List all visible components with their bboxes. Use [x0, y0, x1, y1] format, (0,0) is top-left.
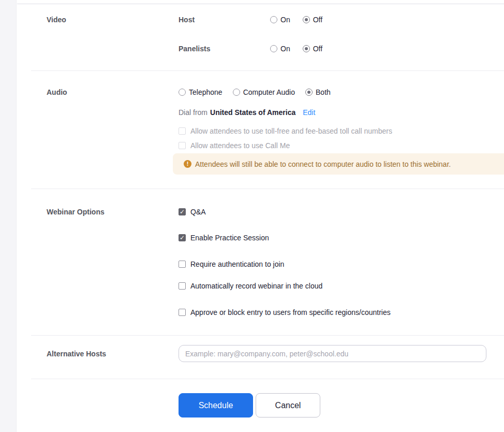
section-label-alternative-hosts: Alternative Hosts	[17, 350, 179, 358]
panelists-label: Panelists	[179, 45, 270, 53]
checkbox-practice-session[interactable]: Enable Practice Session	[179, 234, 504, 242]
checkbox-require-authentication[interactable]: Require authentication to join	[179, 260, 504, 268]
radio-selected-icon	[305, 89, 313, 96]
checkbox-unchecked-icon	[179, 261, 186, 268]
checkbox-checked-icon	[179, 234, 186, 241]
checkbox-callme[interactable]: Allow attendees to use Call Me	[179, 141, 504, 150]
checkbox-unchecked-icon	[179, 127, 186, 135]
radio-selected-icon	[303, 16, 310, 23]
dial-from-country: United States of America	[210, 108, 295, 117]
dial-from-text: Dial from	[179, 108, 207, 117]
section-label-webinar-options: Webinar Options	[17, 208, 179, 316]
radio-label: Both	[316, 88, 331, 96]
host-label: Host	[179, 16, 270, 24]
radio-label: Telephone	[189, 88, 223, 96]
top-divider	[17, 0, 504, 4]
radio-audio-telephone[interactable]: Telephone	[179, 88, 223, 96]
warning-text: Attendees will still be able to connect …	[195, 160, 451, 168]
checkbox-label: Require authentication to join	[190, 260, 284, 268]
radio-host-off[interactable]: Off	[303, 16, 322, 24]
radio-audio-both[interactable]: Both	[305, 88, 331, 96]
checkbox-label: Q&A	[190, 208, 206, 216]
radio-unselected-icon	[179, 89, 186, 96]
warning-icon	[184, 160, 191, 168]
form-footer: Schedule Cancel	[17, 379, 504, 431]
audio-radio-group: Telephone Computer Audio Both	[179, 88, 504, 96]
checkbox-auto-record[interactable]: Automatically record webinar in the clou…	[179, 282, 504, 290]
left-gutter	[0, 0, 17, 432]
checkbox-checked-icon	[179, 208, 186, 215]
dial-from-row: Dial from United States of America Edit	[179, 108, 504, 117]
section-audio: Audio Telephone Computer Audio Both Dial…	[17, 71, 504, 189]
radio-label: On	[280, 16, 290, 24]
checkbox-tollfree[interactable]: Allow attendees to use toll-free and fee…	[179, 127, 504, 135]
section-alternative-hosts: Alternative Hosts	[17, 336, 504, 379]
panelists-radio-group: On Off	[270, 45, 335, 53]
checkbox-label: Approve or block entry to users from spe…	[190, 308, 391, 316]
radio-label: Computer Audio	[243, 88, 295, 96]
checkbox-unchecked-icon	[179, 142, 186, 149]
radio-panelists-off[interactable]: Off	[303, 45, 322, 53]
cancel-button[interactable]: Cancel	[256, 393, 320, 417]
checkbox-label: Automatically record webinar in the clou…	[190, 282, 322, 290]
radio-host-on[interactable]: On	[270, 16, 290, 24]
radio-selected-icon	[303, 45, 310, 52]
schedule-button[interactable]: Schedule	[179, 393, 253, 417]
radio-audio-computer[interactable]: Computer Audio	[233, 88, 295, 96]
radio-panelists-on[interactable]: On	[270, 45, 290, 53]
radio-unselected-icon	[270, 45, 277, 52]
edit-dial-country-link[interactable]: Edit	[303, 108, 315, 117]
radio-label: On	[280, 45, 290, 53]
video-host-row: Host On Off	[179, 16, 504, 24]
checkbox-unchecked-icon	[179, 309, 186, 316]
checkbox-unchecked-icon	[179, 282, 186, 290]
section-webinar-options: Webinar Options Q&A Enable Practice Sess…	[17, 189, 504, 335]
radio-unselected-icon	[270, 16, 277, 23]
section-video: Video Host On Off Panelists	[17, 4, 504, 70]
checkbox-label: Allow attendees to use toll-free and fee…	[190, 127, 392, 135]
section-label-audio: Audio	[17, 88, 179, 175]
checkbox-label: Allow attendees to use Call Me	[190, 141, 290, 150]
host-radio-group: On Off	[270, 16, 335, 24]
checkbox-label: Enable Practice Session	[190, 234, 269, 242]
schedule-webinar-form: Video Host On Off Panelists	[17, 0, 504, 432]
video-panelists-row: Panelists On Off	[179, 45, 504, 53]
radio-unselected-icon	[233, 89, 240, 96]
radio-label: Off	[313, 45, 322, 53]
checkbox-qa[interactable]: Q&A	[179, 208, 504, 216]
radio-label: Off	[313, 16, 322, 24]
audio-warning-banner: Attendees will still be able to connect …	[173, 153, 504, 175]
section-label-video: Video	[17, 16, 179, 53]
alternative-hosts-input[interactable]	[179, 345, 486, 362]
checkbox-region-approval[interactable]: Approve or block entry to users from spe…	[179, 308, 504, 316]
